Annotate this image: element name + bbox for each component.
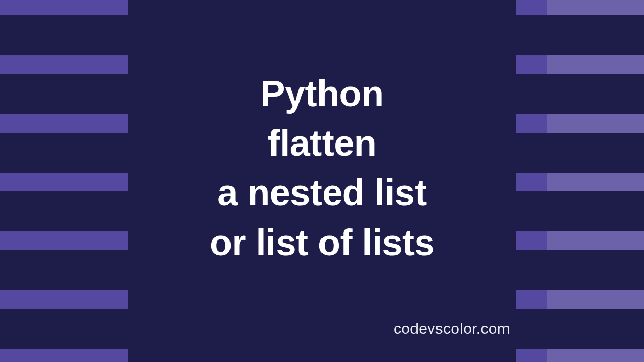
decorative-bump-left: [0, 15, 179, 55]
decorative-bump-right: [419, 15, 644, 55]
title-line-2: flatten: [0, 118, 644, 168]
title-line-3: a nested list: [0, 168, 644, 218]
title-line-1: Python: [0, 69, 644, 118]
decorative-bump-left: [0, 309, 179, 349]
title-block: Python flatten a nested list or list of …: [0, 69, 644, 268]
title-line-4: or list of lists: [0, 218, 644, 268]
watermark-text: codevscolor.com: [394, 320, 510, 337]
